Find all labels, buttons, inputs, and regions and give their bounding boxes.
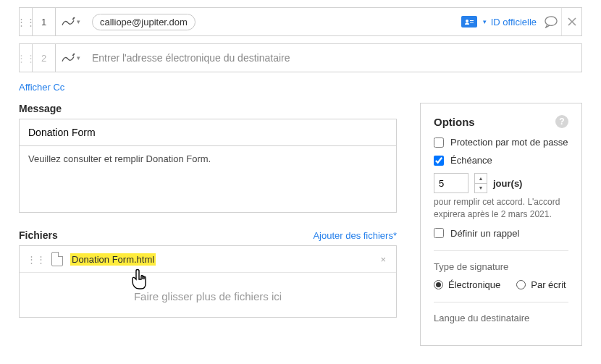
recipient-language-label: Langue du destinataire — [434, 313, 568, 323]
signature-electronic-option[interactable]: Électronique — [434, 279, 500, 290]
deadline-hint: pour remplir cet accord. L'accord expire… — [434, 196, 568, 221]
radio-off-icon — [516, 280, 526, 289]
password-protect-option[interactable]: Protection par mot de passe — [434, 137, 568, 148]
options-title: Options — [434, 116, 475, 128]
message-label: Message — [19, 103, 397, 114]
days-unit: jour(s) — [493, 178, 522, 189]
private-message-icon[interactable] — [541, 8, 561, 35]
chevron-down-icon: ▾ — [77, 18, 80, 25]
recipient-row: ⋮⋮ 1 ▾ calliope@jupiter.dom ▾ ID officie… — [19, 7, 582, 36]
file-icon — [51, 252, 63, 266]
pen-icon — [61, 16, 75, 27]
file-dropzone[interactable]: Faire glisser plus de fichiers ici — [20, 273, 396, 317]
add-files-link[interactable]: Ajouter des fichiers* — [313, 230, 397, 241]
recipient-chip[interactable]: calliope@jupiter.dom — [92, 14, 196, 30]
pen-icon — [61, 52, 75, 64]
svg-rect-1 — [470, 20, 474, 21]
deadline-option[interactable]: Échéance — [434, 155, 568, 166]
files-label: Fichiers — [19, 229, 58, 241]
step-up-icon[interactable]: ▲ — [475, 174, 487, 184]
signature-type-label: Type de signature — [434, 261, 568, 272]
files-box: ⋮⋮ Donation Form.html × Faire glisser pl… — [19, 245, 397, 318]
subject-input[interactable] — [19, 119, 397, 146]
options-panel: Options ? Protection par mot de passe Éc… — [420, 103, 582, 346]
chevron-down-icon: ▾ — [77, 54, 80, 62]
id-card-icon — [461, 16, 477, 27]
drag-handle-icon[interactable]: ⋮⋮ — [20, 44, 33, 72]
remove-recipient-icon[interactable] — [561, 8, 581, 35]
pointer-cursor-icon — [130, 268, 148, 290]
deadline-days-input[interactable] — [434, 173, 468, 193]
svg-rect-2 — [470, 22, 474, 23]
recipient-row: ⋮⋮ 2 ▾ — [19, 43, 582, 72]
step-down-icon[interactable]: ▼ — [475, 184, 487, 193]
file-row: ⋮⋮ Donation Form.html × — [20, 246, 396, 273]
deadline-stepper[interactable]: ▲ ▼ — [474, 173, 487, 193]
file-name[interactable]: Donation Form.html — [70, 254, 377, 265]
show-cc-link[interactable]: Afficher Cc — [19, 82, 64, 93]
help-icon[interactable]: ? — [555, 115, 568, 128]
remove-file-icon[interactable]: × — [377, 254, 389, 265]
chevron-down-icon: ▾ — [483, 18, 487, 25]
svg-point-3 — [545, 17, 557, 26]
drag-handle-icon[interactable]: ⋮⋮ — [20, 8, 33, 35]
id-verification-selector[interactable]: ▾ ID officielle — [461, 8, 541, 35]
reminder-checkbox[interactable] — [434, 228, 444, 238]
role-selector[interactable]: ▾ — [56, 8, 85, 35]
message-body-input[interactable]: Veuillez consulter et remplir Donation F… — [19, 146, 397, 213]
deadline-checkbox[interactable] — [434, 156, 444, 166]
id-label: ID officielle — [491, 17, 537, 27]
recipient-number: 2 — [33, 44, 56, 72]
recipient-email-input[interactable] — [92, 44, 574, 72]
recipient-number: 1 — [33, 8, 56, 35]
reminder-option[interactable]: Définir un rappel — [434, 228, 568, 239]
svg-point-0 — [466, 20, 468, 22]
password-checkbox[interactable] — [434, 137, 444, 148]
signature-written-option[interactable]: Par écrit — [516, 279, 566, 290]
drag-handle-icon[interactable]: ⋮⋮ — [27, 254, 46, 265]
role-selector[interactable]: ▾ — [56, 44, 85, 72]
radio-on-icon — [434, 280, 443, 289]
